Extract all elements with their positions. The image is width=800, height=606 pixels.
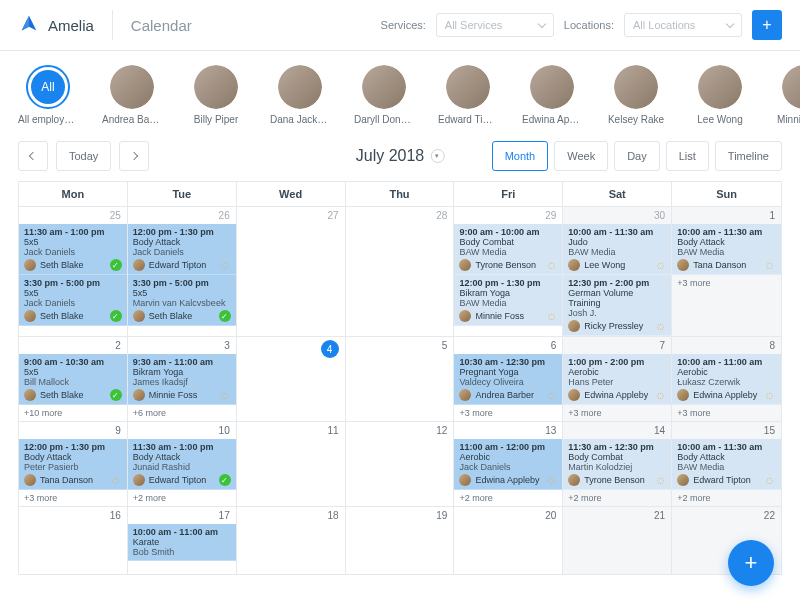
calendar-cell[interactable]: 1411:30 am - 12:30 pmBody CombatMartin K… xyxy=(563,422,672,507)
calendar-cell[interactable]: 16 xyxy=(19,507,128,575)
calendar-event[interactable]: 10:30 am - 12:30 pmPregnant YogaValdecy … xyxy=(454,354,562,405)
event-subtitle: Bob Smith xyxy=(133,547,231,557)
calendar-cell[interactable]: 2511:30 am - 1:00 pm5x5Jack DanielsSeth … xyxy=(19,207,128,337)
calendar-event[interactable]: 1:00 pm - 2:00 pmAerobicHans PeterEdwina… xyxy=(563,354,671,405)
event-footer: Edwina Appleby◌ xyxy=(568,389,666,401)
calendar-event[interactable]: 10:00 am - 11:00 amKarateBob Smith xyxy=(128,524,236,561)
calendar-event[interactable]: 9:00 am - 10:00 amBody CombatBAW MediaTy… xyxy=(454,224,562,275)
employee-filter[interactable]: Daryll Donov... xyxy=(354,65,414,125)
view-timeline[interactable]: Timeline xyxy=(715,141,782,171)
calendar-event[interactable]: 11:30 am - 12:30 pmBody CombatMartin Kol… xyxy=(563,439,671,490)
more-events-link[interactable]: +3 more xyxy=(672,405,781,421)
calendar-event[interactable]: 10:00 am - 11:30 amJudoBAW MediaLee Wong… xyxy=(563,224,671,275)
calendar-cell[interactable]: 28 xyxy=(346,207,455,337)
calendar-event[interactable]: 11:30 am - 1:00 pm5x5Jack DanielsSeth Bl… xyxy=(19,224,127,275)
calendar-cell[interactable]: 912:00 pm - 1:30 pmBody AttackPeter Pasi… xyxy=(19,422,128,507)
add-button[interactable]: + xyxy=(752,10,782,40)
more-events-link[interactable]: +2 more xyxy=(454,490,562,506)
calendar-event[interactable]: 10:00 am - 11:00 amAerobicŁukasz Czerwik… xyxy=(672,354,781,405)
employee-filter[interactable]: Minnie Foss xyxy=(774,65,800,125)
day-number: 10 xyxy=(128,422,236,439)
calendar-cell[interactable]: 1510:00 am - 11:30 amBody AttackBAW Medi… xyxy=(672,422,781,507)
calendar-cell[interactable]: 21 xyxy=(563,507,672,575)
calendar-cell[interactable]: 39:30 am - 11:00 amBikram YogaJames Ikad… xyxy=(128,337,237,422)
today-button[interactable]: Today xyxy=(56,141,111,171)
month-title[interactable]: July 2018 ▾ xyxy=(356,147,445,165)
calendar-cell[interactable]: 11 xyxy=(237,422,346,507)
employee-name: Daryll Donov... xyxy=(354,114,414,125)
event-title: Pregnant Yoga xyxy=(459,367,557,377)
view-month[interactable]: Month xyxy=(492,141,549,171)
employee-filter[interactable]: Kelsey Rake xyxy=(606,65,666,125)
calendar-event[interactable]: 12:00 pm - 1:30 pmBikram YogaBAW MediaMi… xyxy=(454,275,562,326)
calendar-event[interactable]: 3:30 pm - 5:00 pm5x5Jack DanielsSeth Bla… xyxy=(19,275,127,326)
status-pending-icon: ◌ xyxy=(764,474,776,486)
calendar-cell[interactable]: 5 xyxy=(346,337,455,422)
calendar-event[interactable]: 12:00 pm - 1:30 pmBody AttackJack Daniel… xyxy=(128,224,236,275)
calendar-event[interactable]: 12:00 pm - 1:30 pmBody AttackPeter Pasie… xyxy=(19,439,127,490)
calendar-event[interactable]: 9:00 am - 10:30 am5x5Bill MallockSeth Bl… xyxy=(19,354,127,405)
calendar-event[interactable]: 12:30 pm - 2:00 pmGerman Volume Training… xyxy=(563,275,671,336)
calendar-cell[interactable]: 4 xyxy=(237,337,346,422)
calendar-cell[interactable]: 299:00 am - 10:00 amBody CombatBAW Media… xyxy=(454,207,563,337)
event-title: Body Attack xyxy=(133,452,231,462)
calendar-event[interactable]: 11:00 am - 12:00 pmAerobicJack DanielsEd… xyxy=(454,439,562,490)
calendar-cell[interactable]: 110:00 am - 11:30 amBody AttackBAW Media… xyxy=(672,207,781,337)
calendar-cell[interactable]: 1710:00 am - 11:00 amKarateBob Smith xyxy=(128,507,237,575)
employee-name: Kelsey Rake xyxy=(608,114,664,125)
calendar-event[interactable]: 3:30 pm - 5:00 pm5x5Marvin van Kalcvsbee… xyxy=(128,275,236,326)
calendar-cell[interactable]: 29:00 am - 10:30 am5x5Bill MallockSeth B… xyxy=(19,337,128,422)
calendar-cell[interactable]: 19 xyxy=(346,507,455,575)
employee-filter[interactable]: Billy Piper xyxy=(186,65,246,125)
next-button[interactable] xyxy=(119,141,149,171)
services-select[interactable]: All Services xyxy=(436,13,554,37)
calendar-event[interactable]: 10:00 am - 11:30 amBody AttackBAW MediaT… xyxy=(672,224,781,275)
prev-button[interactable] xyxy=(18,141,48,171)
employee-name: Billy Piper xyxy=(194,114,238,125)
more-events-link[interactable]: +10 more xyxy=(19,405,127,421)
more-events-link[interactable]: +3 more xyxy=(672,275,781,291)
more-events-link[interactable]: +6 more xyxy=(128,405,236,421)
more-events-link[interactable]: +2 more xyxy=(672,490,781,506)
more-events-link[interactable]: +3 more xyxy=(563,405,671,421)
calendar-cell[interactable]: 20 xyxy=(454,507,563,575)
view-day[interactable]: Day xyxy=(614,141,660,171)
more-events-link[interactable]: +3 more xyxy=(19,490,127,506)
brand[interactable]: Amelia xyxy=(18,10,113,40)
employee-filter[interactable]: Edward Tipton xyxy=(438,65,498,125)
calendar-event[interactable]: 9:30 am - 11:00 amBikram YogaJames Ikads… xyxy=(128,354,236,405)
calendar-cell[interactable]: 1311:00 am - 12:00 pmAerobicJack Daniels… xyxy=(454,422,563,507)
locations-select[interactable]: All Locations xyxy=(624,13,742,37)
calendar-cell[interactable]: 1011:30 am - 1:00 pmBody AttackJunaid Ra… xyxy=(128,422,237,507)
calendar-cell[interactable]: 610:30 am - 12:30 pmPregnant YogaValdecy… xyxy=(454,337,563,422)
employee-avatar xyxy=(446,65,490,109)
event-assignee: Seth Blake xyxy=(40,260,106,270)
employee-filter[interactable]: AllAll employees xyxy=(18,65,78,125)
calendar-cell[interactable]: 71:00 pm - 2:00 pmAerobicHans PeterEdwin… xyxy=(563,337,672,422)
calendar-cell[interactable]: 12 xyxy=(346,422,455,507)
more-events-link[interactable]: +2 more xyxy=(128,490,236,506)
event-footer: Lee Wong◌ xyxy=(568,259,666,271)
calendar-cell[interactable]: 810:00 am - 11:00 amAerobicŁukasz Czerwi… xyxy=(672,337,781,422)
calendar-cell[interactable]: 18 xyxy=(237,507,346,575)
view-list[interactable]: List xyxy=(666,141,709,171)
employee-filter[interactable]: Edwina Appl... xyxy=(522,65,582,125)
employee-name: Edwina Appl... xyxy=(522,114,582,125)
employee-filter[interactable]: Dana Jackson xyxy=(270,65,330,125)
calendar-cell[interactable]: 3010:00 am - 11:30 amJudoBAW MediaLee Wo… xyxy=(563,207,672,337)
event-time: 3:30 pm - 5:00 pm xyxy=(133,278,231,288)
more-events-link[interactable]: +3 more xyxy=(454,405,562,421)
event-time: 10:00 am - 11:00 am xyxy=(677,357,776,367)
calendar-cell[interactable]: 27 xyxy=(237,207,346,337)
event-time: 12:00 pm - 1:30 pm xyxy=(24,442,122,452)
employee-filter[interactable]: Lee Wong xyxy=(690,65,750,125)
event-footer: Edward Tipton◌ xyxy=(133,259,231,271)
calendar-event[interactable]: 11:30 am - 1:00 pmBody AttackJunaid Rash… xyxy=(128,439,236,490)
more-events-link[interactable]: +2 more xyxy=(563,490,671,506)
view-week[interactable]: Week xyxy=(554,141,608,171)
employee-filter[interactable]: Andrea Barber xyxy=(102,65,162,125)
calendar-event[interactable]: 10:00 am - 11:30 amBody AttackBAW MediaE… xyxy=(672,439,781,490)
calendar-cell[interactable]: 2612:00 pm - 1:30 pmBody AttackJack Dani… xyxy=(128,207,237,337)
event-avatar xyxy=(24,389,36,401)
weekday-header: Sun xyxy=(672,182,781,207)
